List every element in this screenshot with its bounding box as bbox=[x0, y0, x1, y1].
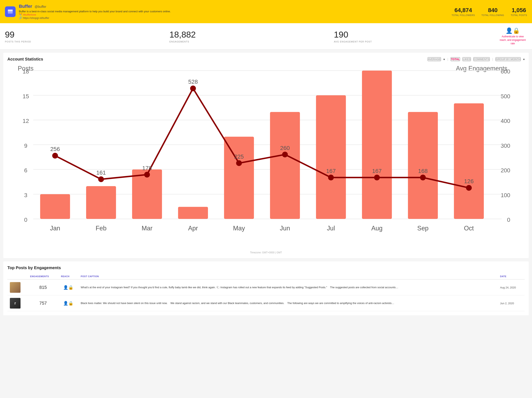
svg-point-44 bbox=[420, 175, 426, 180]
auth-text[interactable]: Authenticate to view reach, and engageme… bbox=[498, 35, 527, 45]
svg-point-37 bbox=[98, 176, 104, 182]
svg-rect-35 bbox=[454, 103, 484, 219]
followers-value: 64,874 bbox=[452, 7, 475, 13]
svg-text:256: 256 bbox=[50, 146, 60, 152]
likes-button[interactable]: LIKES bbox=[462, 57, 471, 61]
top-posts-section: Top Posts by Engagements ENGAGEMENTS REA… bbox=[3, 261, 529, 315]
lock-icon: 👤🔒 bbox=[498, 27, 527, 34]
svg-text:6: 6 bbox=[24, 167, 27, 173]
svg-rect-29 bbox=[178, 207, 208, 219]
svg-rect-30 bbox=[224, 137, 254, 219]
col-thumb bbox=[7, 273, 28, 279]
svg-text:Oct: Oct bbox=[464, 225, 474, 232]
engagements-value: 18,882 bbox=[169, 30, 334, 40]
engagements-label: ENGAGEMENTS bbox=[169, 40, 334, 43]
svg-text:500: 500 bbox=[501, 93, 510, 100]
avg-engagement-stat: 190 AVG ENGAGEMENT PER POST bbox=[334, 30, 498, 43]
svg-text:0: 0 bbox=[507, 217, 510, 223]
svg-text:260: 260 bbox=[280, 145, 290, 151]
timezone-label: Timezone: GMT+0000 | GMT bbox=[7, 251, 525, 254]
reach-value-2: 👤🔒 bbox=[58, 295, 78, 311]
svg-text:9: 9 bbox=[24, 143, 27, 149]
lock-icon-1: 👤🔒 bbox=[63, 285, 73, 290]
col-date: DATE bbox=[498, 273, 525, 279]
svg-text:3: 3 bbox=[24, 192, 27, 198]
svg-rect-32 bbox=[316, 95, 346, 219]
post-date-2: Jun 2, 2020 bbox=[498, 295, 525, 311]
engagement-value-2: 757 bbox=[28, 295, 58, 311]
svg-text:0: 0 bbox=[24, 217, 27, 223]
svg-rect-27 bbox=[86, 186, 116, 219]
table-row: r 757 👤🔒 Black lives matter. We should n… bbox=[7, 295, 525, 311]
brand-name: Buffer bbox=[19, 4, 32, 9]
following-label: TOTAL FOLLOWING bbox=[481, 14, 504, 16]
reach-value-1: 👤🔒 bbox=[58, 279, 78, 295]
svg-text:300: 300 bbox=[501, 143, 510, 149]
top-posts-table: ENGAGEMENTS REACH POST CAPTION DATE 815 … bbox=[7, 273, 525, 311]
svg-text:167: 167 bbox=[326, 168, 336, 174]
brand-link[interactable]: 🔗 https://shopgr.id/buffer bbox=[19, 16, 49, 19]
col-engagements: ENGAGEMENTS bbox=[28, 273, 58, 279]
followers-label: TOTAL FOLLOWERS bbox=[452, 14, 475, 16]
comments-button[interactable]: COMMENTS bbox=[473, 57, 490, 61]
chevron-down-icon: ▾ bbox=[443, 58, 445, 61]
svg-point-36 bbox=[52, 153, 58, 159]
svg-rect-33 bbox=[362, 71, 392, 219]
svg-text:Aug: Aug bbox=[371, 225, 382, 232]
stat-following: 840 TOTAL FOLLOWING bbox=[481, 7, 504, 16]
svg-text:12: 12 bbox=[23, 118, 29, 124]
stat-total-posts: 1,056 TOTAL POSTS bbox=[511, 7, 527, 16]
svg-text:400: 400 bbox=[501, 118, 510, 124]
following-value: 840 bbox=[481, 7, 504, 13]
post-caption-1: What's at the end of your Instagram feed… bbox=[78, 279, 498, 295]
svg-text:200: 200 bbox=[501, 167, 510, 173]
svg-text:178: 178 bbox=[142, 165, 152, 171]
svg-text:Posts: Posts bbox=[18, 65, 33, 72]
post-date-1: Aug 24, 2020 bbox=[498, 279, 525, 295]
chart-header: Account Statistics AVERAGE ▾ | TOTAL LIK… bbox=[7, 57, 525, 62]
svg-rect-2 bbox=[8, 13, 13, 14]
chart-svg: 18 15 12 9 6 3 0 Posts 600 500 400 300 2… bbox=[7, 65, 525, 249]
posts-value: 99 bbox=[5, 30, 169, 40]
svg-point-39 bbox=[190, 86, 196, 91]
chevron-down-icon-2: ▾ bbox=[523, 58, 525, 61]
lock-icon-2: 👤🔒 bbox=[63, 301, 73, 305]
svg-rect-1 bbox=[8, 11, 13, 13]
svg-text:168: 168 bbox=[418, 168, 428, 174]
svg-text:Sep: Sep bbox=[417, 225, 429, 232]
average-button[interactable]: AVERAGE bbox=[428, 57, 441, 61]
group-by-month-button[interactable]: GROUP BY MONTH bbox=[495, 57, 521, 61]
total-button[interactable]: TOTAL bbox=[450, 57, 460, 61]
posts-label: POSTS THIS PERIOD bbox=[5, 40, 169, 43]
svg-text:15: 15 bbox=[23, 93, 29, 100]
svg-point-43 bbox=[374, 175, 380, 180]
brand-hashtag: ✂️ #bufferlove bbox=[19, 13, 36, 16]
profile-info: Buffer @buffer Buffer is a best-in-class… bbox=[19, 4, 448, 19]
authenticate-widget[interactable]: 👤🔒 Authenticate to view reach, and engag… bbox=[498, 27, 527, 45]
svg-point-41 bbox=[282, 152, 288, 158]
svg-text:Jan: Jan bbox=[50, 225, 60, 232]
col-reach: REACH bbox=[58, 273, 78, 279]
svg-text:Mar: Mar bbox=[141, 225, 152, 232]
svg-text:Avg Engagements: Avg Engagements bbox=[456, 65, 507, 72]
table-row: 815 👤🔒 What's at the end of your Instagr… bbox=[7, 279, 525, 295]
svg-text:May: May bbox=[233, 225, 245, 232]
svg-text:Jun: Jun bbox=[280, 225, 290, 232]
brand-description: Buffer is a best-in-class social media m… bbox=[19, 10, 448, 13]
thumbnail-image-1 bbox=[10, 282, 20, 293]
brand-logo bbox=[5, 6, 16, 17]
post-thumbnail-2: r bbox=[7, 295, 28, 311]
account-statistics-section: Account Statistics AVERAGE ▾ | TOTAL LIK… bbox=[3, 53, 529, 258]
svg-text:Feb: Feb bbox=[95, 225, 107, 232]
svg-point-45 bbox=[466, 185, 472, 191]
avg-value: 190 bbox=[334, 30, 498, 40]
col-caption: POST CAPTION bbox=[78, 273, 498, 279]
svg-text:167: 167 bbox=[372, 168, 382, 174]
svg-text:126: 126 bbox=[464, 178, 474, 185]
profile-header: Buffer @buffer Buffer is a best-in-class… bbox=[0, 0, 532, 23]
svg-rect-34 bbox=[408, 112, 438, 219]
stat-followers: 64,874 TOTAL FOLLOWERS bbox=[452, 7, 475, 16]
table-title: Top Posts by Engagements bbox=[7, 265, 525, 270]
summary-bar: 99 POSTS THIS PERIOD 18,882 ENGAGEMENTS … bbox=[0, 23, 532, 49]
post-thumbnail-1 bbox=[7, 279, 28, 295]
